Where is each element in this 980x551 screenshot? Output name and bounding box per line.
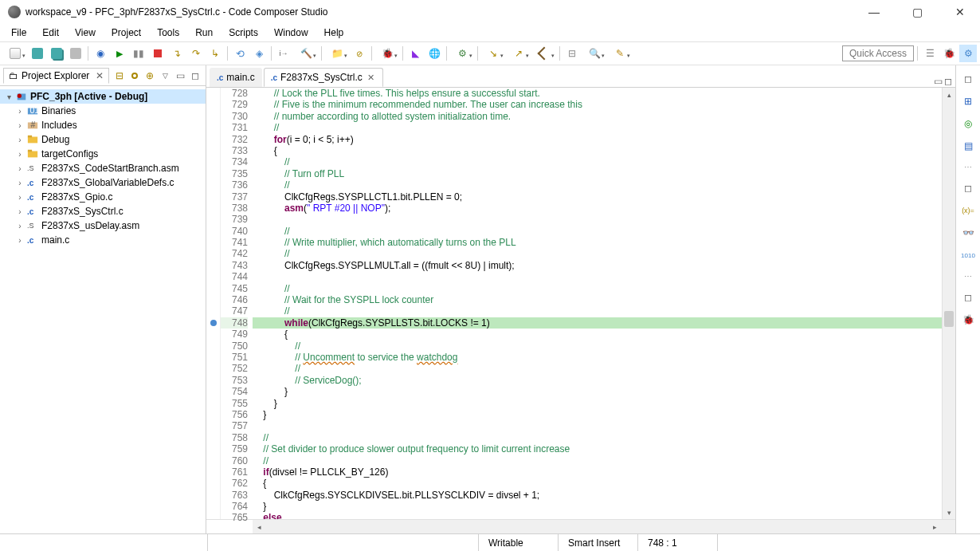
project-tree[interactable]: ▾ PFC_3ph [Active - Debug] ›01Binaries›#… <box>0 86 206 250</box>
tree-node[interactable]: ›#Includes <box>11 118 206 132</box>
menu-tools[interactable]: Tools <box>151 26 186 40</box>
resume-button[interactable]: ▶ <box>111 45 128 62</box>
project-node[interactable]: ▾ PFC_3ph [Active - Debug] <box>0 89 206 104</box>
scrollbar-thumb[interactable] <box>944 311 954 327</box>
restore-icon-2[interactable]: ◻ <box>959 179 977 197</box>
task-list-icon[interactable]: ▤ <box>959 137 977 155</box>
maximize-view-button[interactable]: ◻ <box>188 69 202 83</box>
toggle-breakpoint-button[interactable]: ◉ <box>92 45 109 62</box>
close-icon[interactable]: ✕ <box>366 73 376 83</box>
debug-view-icon[interactable]: 🐞 <box>959 311 977 329</box>
editor-tab-main-c[interactable]: .c main.c <box>210 68 262 87</box>
variables-icon[interactable]: (x)= <box>959 202 977 219</box>
next-annotation-button[interactable]: ↘▾ <box>481 45 505 62</box>
expand-icon[interactable]: › <box>16 236 24 245</box>
debug-button[interactable]: 🐞▾ <box>375 45 399 62</box>
menu-scripts[interactable]: Scripts <box>222 26 265 40</box>
code-editor[interactable]: 7287297307317327337347357367377387397407… <box>206 88 955 519</box>
close-button[interactable]: ✕ <box>948 4 972 20</box>
menu-edit[interactable]: Edit <box>36 26 65 40</box>
wand-button[interactable]: ✎▾ <box>608 45 632 62</box>
step-return-button[interactable]: ↳ <box>206 45 224 62</box>
view-menu-button[interactable]: ▽ <box>158 69 172 83</box>
registers-icon[interactable]: 1010 <box>959 246 977 264</box>
expand-icon[interactable]: › <box>16 193 24 202</box>
expand-icon[interactable]: › <box>16 136 24 144</box>
project-explorer-tab[interactable]: 🗀 Project Explorer ✕ <box>3 68 109 84</box>
restart-button[interactable]: ⟲ <box>231 45 249 62</box>
tree-node[interactable]: ›.SF2837xS_CodeStartBranch.asm <box>11 161 206 175</box>
expand-icon[interactable]: › <box>16 222 24 230</box>
minimize-view-button[interactable]: ▭ <box>173 69 187 83</box>
hammer-button[interactable]: ▾ <box>532 45 556 62</box>
editor-minimize-button[interactable]: ▭ <box>934 76 943 87</box>
tree-node[interactable]: ›.cmain.c <box>11 233 206 247</box>
reset-button[interactable]: ◈ <box>250 45 268 62</box>
tree-node[interactable]: ›.cF2837xS_SysCtrl.c <box>11 204 206 218</box>
restore-icon[interactable]: ◻ <box>959 70 977 88</box>
tree-node[interactable]: ›targetConfigs <box>11 147 206 161</box>
tree-node[interactable]: ›.SF2837xS_usDelay.asm <box>11 218 206 233</box>
expand-icon[interactable]: › <box>16 121 24 130</box>
scroll-right-icon[interactable]: ▸ <box>928 520 942 533</box>
menu-window[interactable]: Window <box>268 26 315 40</box>
editor-maximize-button[interactable]: ◻ <box>944 76 952 87</box>
save-button[interactable] <box>29 45 46 62</box>
tab-close-icon[interactable]: ✕ <box>92 70 104 81</box>
new-connection-button[interactable]: 📁▾ <box>325 45 349 62</box>
breakpoint-icon[interactable] <box>210 320 217 326</box>
saveall-button[interactable] <box>48 45 65 62</box>
expand-icon[interactable]: › <box>16 107 24 116</box>
outline-icon[interactable]: ⊞ <box>959 92 977 110</box>
build-button[interactable]: 🔨▾ <box>294 45 318 62</box>
menu-view[interactable]: View <box>69 26 102 40</box>
menu-file[interactable]: File <box>5 26 33 40</box>
step-into-button[interactable]: ↴ <box>168 45 186 62</box>
vertical-scrollbar[interactable]: ▴ ▾ <box>942 88 955 519</box>
globe-button[interactable]: 🌐 <box>425 45 443 62</box>
tree-node[interactable]: ›01Binaries <box>11 104 206 118</box>
editor-tab-sysctrl-c[interactable]: .c F2837xS_SysCtrl.c ✕ <box>264 68 383 87</box>
horizontal-scrollbar[interactable]: ◂ ▸ <box>206 519 955 533</box>
pin-button[interactable]: ⊟ <box>563 45 581 62</box>
expand-icon[interactable]: › <box>16 164 24 173</box>
browse-button[interactable]: ◣ <box>406 45 424 62</box>
scroll-down-icon[interactable]: ▾ <box>943 506 955 519</box>
maximize-button[interactable]: ▢ <box>905 4 929 20</box>
collapse-all-button[interactable]: ⊟ <box>112 69 127 83</box>
scroll-up-icon[interactable]: ▴ <box>943 88 955 101</box>
menu-project[interactable]: Project <box>105 26 147 40</box>
tree-node[interactable]: ›Debug <box>11 132 206 147</box>
menu-run[interactable]: Run <box>189 26 219 40</box>
prev-annotation-button[interactable]: ↗▾ <box>507 45 531 62</box>
line-number-gutter[interactable]: 7287297307317327337347357367377387397407… <box>221 88 253 519</box>
perspective-resource-button[interactable]: ⚙ <box>959 45 977 62</box>
expand-icon[interactable]: › <box>16 207 24 216</box>
suspend-button[interactable]: ▮▮ <box>130 45 147 62</box>
run-last-tool-button[interactable]: ⚙▾ <box>450 45 474 62</box>
step-over-button[interactable]: ↷ <box>187 45 205 62</box>
minimize-button[interactable]: — <box>862 4 886 20</box>
code-area[interactable]: // Lock the PLL five times. This helps e… <box>253 88 942 519</box>
restore-icon-3[interactable]: ◻ <box>959 289 977 306</box>
assembly-step-button[interactable]: i→ <box>275 45 292 62</box>
expand-icon[interactable]: › <box>16 150 24 159</box>
perspective-ccs-edit-button[interactable]: ☰ <box>921 45 939 62</box>
menu-help[interactable]: Help <box>318 26 351 40</box>
terminate-button[interactable] <box>149 45 167 62</box>
tree-node[interactable]: ›.cF2837xS_GlobalVariableDefs.c <box>11 175 206 190</box>
scroll-left-icon[interactable]: ◂ <box>253 520 266 533</box>
new-button[interactable]: ▾ <box>3 45 27 62</box>
print-button[interactable] <box>67 45 84 62</box>
focus-button[interactable]: ⊕ <box>143 69 157 83</box>
perspective-ccs-debug-button[interactable]: 🐞 <box>940 45 958 62</box>
make-targets-icon[interactable]: ◎ <box>959 115 977 132</box>
search-button[interactable]: 🔍▾ <box>582 45 606 62</box>
skip-all-breakpoints-button[interactable]: ⊘ <box>351 45 368 62</box>
marker-margin[interactable] <box>206 88 221 519</box>
expressions-icon[interactable]: 👓 <box>959 224 977 242</box>
expand-icon[interactable]: › <box>16 179 24 187</box>
tree-node[interactable]: ›.cF2837xS_Gpio.c <box>11 190 206 204</box>
quick-access[interactable]: Quick Access <box>842 45 914 61</box>
link-with-editor-button[interactable] <box>127 69 142 83</box>
